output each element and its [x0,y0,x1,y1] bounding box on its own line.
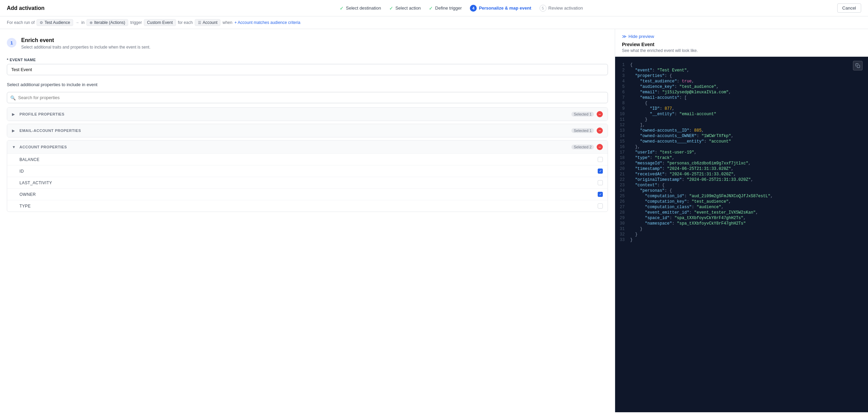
step-label: Define trigger [435,5,462,11]
search-container: 🔍 [7,92,608,103]
code-line-22: 22 "originalTimestamp": "2024-06-25T21:3… [615,177,868,183]
step-number-inactive: 5 [540,5,546,12]
step-select-destination: ✓ Select destination [340,5,381,11]
profile-properties-group: ▶ PROFILE PROPERTIES Selected 1 − [7,107,608,121]
code-line-6: 6 "email": "j15i2ysedp@kleuxaIVia.com", [615,90,868,95]
section-number: 1 [7,38,16,48]
source-tag: ⚙ Test Audience [37,19,73,26]
step-check-icon: ✓ [389,5,393,11]
email-account-remove-button[interactable]: − [597,128,603,134]
event-name-label: * Event Name [7,58,608,62]
section-subtitle: Select additional traits and properties … [21,45,150,50]
in-label: in [81,20,84,25]
event-type-tag: Custom Event [144,19,176,26]
profile-selected-badge: Selected 1 [571,112,594,117]
object-name: Account [203,20,217,25]
event-name-input[interactable] [7,64,608,75]
section-title-block: Enrich event Select additional traits an… [21,37,150,50]
profile-remove-button[interactable]: − [597,111,603,117]
code-line-29: 29 "space_id": "spa_tXXbfoyvCkY8rF47ghH2… [615,215,868,221]
code-line-3: 3 "properties": { [615,73,868,79]
svg-rect-0 [857,65,860,68]
hide-preview-button[interactable]: ≫ Hide preview [622,34,654,39]
step-label: Review activation [548,5,583,11]
step-label: Select action [395,5,421,11]
step-number: 4 [470,5,477,12]
email-account-properties-group: ▶ EMAIL-ACCOUNT PROPERTIES Selected 1 − [7,124,608,137]
code-line-28: 28 "event_emitter_id": "event_tester_IVX… [615,210,868,215]
balance-checkbox[interactable] [598,157,603,162]
email-account-selected-badge: Selected 1 [571,128,594,133]
code-line-31: 31 } [615,226,868,232]
for-each-label: for each [178,20,193,25]
email-account-group-header[interactable]: ▶ EMAIL-ACCOUNT PROPERTIES Selected 1 − [7,124,608,137]
balance-property-row: BALANCE [7,153,608,165]
owner-checkbox[interactable] [598,192,603,197]
code-line-2: 2 "event": "Test Event", [615,68,868,73]
type-checkbox[interactable] [598,203,603,209]
account-selected-badge: Selected 2 [571,145,594,149]
id-property-name: ID [19,169,594,174]
code-line-32: 32 } [615,232,868,237]
code-line-27: 27 "computation_class": "audience", [615,204,868,210]
code-line-12: 12 ], [615,122,868,128]
code-line-17: 17 "userId": "test-user-19", [615,150,868,155]
arrow-icon: → [75,20,79,25]
audience-icon: ⚙ [40,21,43,25]
code-line-20: 20 "timestamp": "2024-06-25T21:31:33.020… [615,166,868,172]
code-line-25: 25 "computation_id": "aud_2i09m2gSFmJNXC… [615,193,868,199]
step-personalize-map: 4 Personalize & map event [470,5,531,12]
chevron-down-icon: ▼ [12,145,17,149]
for-each-run-label: For each run of [7,20,35,25]
owner-property-row: OWNER [7,188,608,200]
profile-group-header[interactable]: ▶ PROFILE PROPERTIES Selected 1 − [7,108,608,121]
main-content: 1 Enrich event Select additional traits … [0,29,868,412]
section-title: Enrich event [21,37,150,43]
code-line-33: 33 } [615,237,868,243]
type-property-row: TYPE [7,200,608,212]
code-line-24: 24 "personas": { [615,188,868,193]
code-line-9: 9 "ID": 877, [615,106,868,111]
chevron-left-icon: ≫ [622,34,627,39]
code-line-10: 10 "__entity": "email-account" [615,111,868,117]
chevron-right-icon: ▶ [12,129,17,133]
code-line-21: 21 "receivedAt": "2024-06-25T21:31:33.02… [615,172,868,177]
code-line-4: 4 "test_audience": true, [615,79,868,84]
last-activity-property-name: LAST_ACTIVITY [19,180,594,185]
object-icon: ☰ [198,21,201,25]
destination-tag: ⊕ Iterable (Actions) [86,19,128,26]
when-label: when [222,20,232,25]
step-define-trigger: ✓ Define trigger [429,5,462,11]
steps-nav: ✓ Select destination ✓ Select action ✓ D… [62,5,861,12]
copy-button[interactable] [853,61,863,70]
breadcrumb: For each run of ⚙ Test Audience → in ⊕ I… [0,16,868,29]
account-properties-group: ▼ ACCOUNT PROPERTIES Selected 2 − BALANC… [7,140,608,212]
step-label: Personalize & map event [479,5,531,11]
last-activity-property-row: LAST_ACTIVITY [7,177,608,188]
preview-subtitle: See what the enriched event will look li… [622,48,861,53]
code-line-5: 5 "audience_key": "test_audience", [615,84,868,90]
code-line-30: 30 "namespace": "spa_tXXbfoyvCkY8rF47ghH… [615,221,868,226]
step-select-action: ✓ Select action [389,5,421,11]
additional-props-label: Select additional properties to include … [7,82,608,87]
search-input[interactable] [7,92,608,103]
object-tag: ☰ Account [195,19,220,26]
code-line-16: 16 }, [615,144,868,150]
cancel-button[interactable]: Cancel [837,3,861,13]
source-name: Test Audience [44,20,70,25]
left-panel: 1 Enrich event Select additional traits … [0,29,615,412]
account-remove-button[interactable]: − [597,144,603,150]
preview-title: Preview Event [622,42,861,47]
code-line-23: 23 "context": { [615,183,868,188]
account-group-header[interactable]: ▼ ACCOUNT PROPERTIES Selected 2 − [7,140,608,153]
code-line-19: 19 "messageId": "personas_cb6zdbo6im9g7x… [615,161,868,166]
last-activity-checkbox[interactable] [598,180,603,185]
code-line-7: 7 "email-accounts": [ [615,95,868,100]
email-account-group-name: EMAIL-ACCOUNT PROPERTIES [19,129,569,133]
condition-link[interactable]: + Account matches audience criteria [234,20,300,25]
id-checkbox[interactable] [598,169,603,174]
chevron-right-icon: ▶ [12,112,17,117]
trigger-label: trigger [130,20,142,25]
code-line-1: 1 { [615,62,868,68]
code-panel: 1 { 2 "event": "Test Event", 3 "properti… [615,57,868,412]
